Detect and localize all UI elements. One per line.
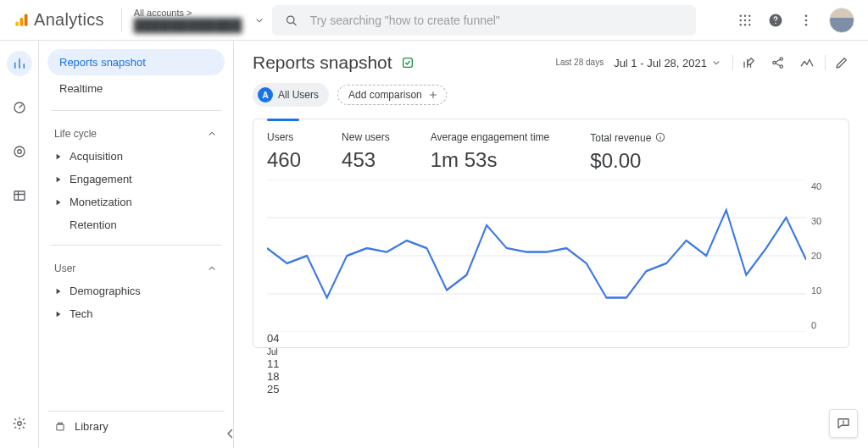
- sidebar-item[interactable]: Acquisition: [47, 145, 225, 168]
- svg-point-22: [17, 422, 21, 426]
- pencil-icon: [834, 55, 849, 70]
- search-input[interactable]: [309, 13, 684, 28]
- triangle-right-icon: [55, 311, 62, 318]
- share-icon: [771, 55, 786, 70]
- sidebar-item-reports-snapshot[interactable]: Reports snapshot: [47, 49, 225, 75]
- gauge-icon: [12, 100, 27, 115]
- library-label: Library: [75, 420, 108, 433]
- date-range-picker[interactable]: Jul 1 - Jul 28, 2021: [614, 57, 722, 69]
- sidebar-item[interactable]: Tech: [47, 302, 225, 325]
- chevron-up-icon: [206, 263, 218, 274]
- sidebar-item[interactable]: Retention: [47, 213, 225, 236]
- chevron-up-icon: [206, 128, 218, 140]
- svg-point-11: [744, 24, 746, 25]
- sidebar-item[interactable]: Demographics: [47, 279, 225, 302]
- rail-configure[interactable]: [7, 183, 32, 208]
- analytics-logo-icon: [14, 13, 29, 28]
- svg-rect-2: [25, 14, 28, 25]
- date-range-value: Jul 1 - Jul 28, 2021: [614, 57, 707, 69]
- verified-badge-icon: [401, 56, 415, 69]
- insights-button[interactable]: [799, 55, 815, 70]
- y-tick-label: 30: [811, 216, 821, 226]
- svg-point-15: [805, 14, 808, 17]
- product-logo[interactable]: Analytics: [8, 10, 109, 30]
- y-tick-label: 10: [811, 285, 821, 296]
- gear-icon: [12, 416, 27, 431]
- search-icon: [284, 13, 298, 28]
- account-picker-line2: ████████████: [134, 18, 242, 32]
- chevron-down-icon: [253, 14, 265, 26]
- overview-chart: 04Jul111825 403020100: [267, 180, 835, 332]
- customize-report-button[interactable]: [742, 55, 757, 70]
- metric-total-revenue[interactable]: Total revenue$0.00: [590, 131, 666, 173]
- chip-all-users[interactable]: A All Users: [253, 83, 329, 107]
- sidebar-item[interactable]: Engagement: [47, 168, 225, 191]
- date-range-label: Last 28 days: [555, 58, 604, 67]
- svg-point-3: [287, 16, 293, 23]
- chip-add-comparison[interactable]: Add comparison: [337, 85, 447, 105]
- table-icon: [12, 188, 27, 203]
- help-icon[interactable]: [768, 13, 783, 28]
- y-tick-label: 20: [811, 251, 821, 261]
- svg-point-8: [744, 19, 746, 20]
- account-avatar[interactable]: [829, 8, 854, 33]
- divider: [51, 110, 221, 111]
- more-vert-icon[interactable]: [798, 13, 814, 28]
- triangle-right-icon: [55, 153, 62, 160]
- section-header[interactable]: Life cycle: [47, 119, 225, 145]
- svg-point-4: [740, 14, 742, 16]
- rail-settings[interactable]: [7, 411, 32, 436]
- spark-icon: [799, 55, 815, 70]
- share-button[interactable]: [771, 55, 786, 70]
- svg-rect-1: [20, 18, 24, 26]
- metric-new-users[interactable]: New users453: [342, 131, 390, 173]
- metric-users[interactable]: Users460: [267, 131, 301, 173]
- chip-badge: A: [258, 87, 273, 102]
- rail-reports[interactable]: [7, 51, 32, 76]
- section-header[interactable]: User: [47, 254, 225, 279]
- library-icon: [54, 421, 66, 433]
- svg-point-5: [744, 14, 746, 16]
- feedback-button[interactable]: [829, 409, 858, 438]
- page-title: Reports snapshot: [253, 53, 392, 73]
- rail-advertising[interactable]: [7, 139, 32, 164]
- x-tick-label: 04Jul: [267, 332, 806, 357]
- triangle-right-icon: [55, 176, 62, 183]
- active-metric-indicator: [267, 119, 299, 121]
- y-tick-label: 40: [811, 181, 821, 191]
- divider: [121, 8, 122, 32]
- triangle-right-icon: [55, 288, 62, 295]
- x-tick-label: 11: [267, 357, 806, 370]
- svg-rect-23: [57, 424, 64, 430]
- main-content: Reports snapshot Last 28 days Jul 1 - Ju…: [234, 41, 868, 448]
- metric-average-engagement-time[interactable]: Average engagement time1m 53s: [431, 131, 550, 173]
- search-bar[interactable]: [272, 5, 696, 36]
- edit-button[interactable]: [834, 55, 849, 70]
- svg-rect-21: [14, 191, 25, 201]
- svg-point-7: [740, 19, 742, 20]
- svg-rect-0: [15, 21, 19, 25]
- x-tick-label: 18: [267, 370, 806, 383]
- account-picker-line1: All accounts >: [134, 8, 242, 18]
- rail-explore[interactable]: [7, 95, 32, 120]
- left-sidebar: Reports snapshotRealtime Life cycleAcqui…: [39, 41, 234, 448]
- account-picker[interactable]: All accounts > ████████████: [134, 8, 265, 32]
- y-tick-label: 0: [811, 320, 816, 330]
- top-app-bar: Analytics All accounts > ████████████: [0, 0, 868, 41]
- svg-rect-24: [58, 423, 63, 424]
- svg-point-17: [805, 23, 808, 25]
- svg-point-9: [748, 19, 750, 20]
- feedback-icon: [836, 416, 851, 431]
- chip-add-label: Add comparison: [348, 89, 422, 101]
- svg-point-12: [748, 24, 750, 25]
- svg-point-16: [805, 19, 808, 21]
- top-actions: [737, 8, 860, 33]
- sidebar-item[interactable]: Monetization: [47, 191, 225, 213]
- apps-grid-icon[interactable]: [737, 13, 753, 28]
- sidebar-library[interactable]: Library: [47, 411, 225, 441]
- triangle-right-icon: [55, 199, 62, 206]
- sidebar-item-realtime[interactable]: Realtime: [47, 75, 225, 102]
- svg-rect-25: [403, 58, 412, 68]
- svg-point-14: [775, 22, 776, 24]
- comparison-chips: A All Users Add comparison: [253, 83, 849, 107]
